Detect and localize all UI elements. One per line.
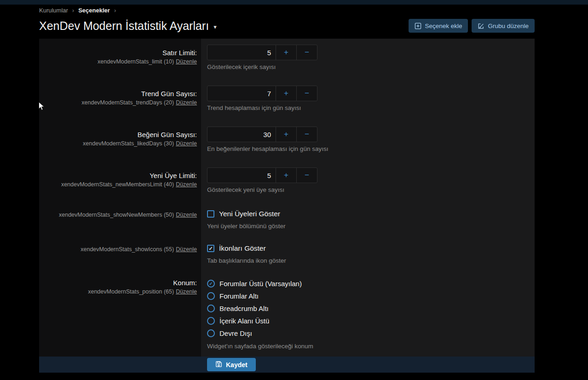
radio-option-icerik-alani-ustu[interactable]: ✓ İçerik Alanı Üstü bbox=[207, 315, 535, 327]
option-row-liked-days: Beğeni Gün Sayısı: xendevModernStats_lik… bbox=[39, 127, 535, 153]
minus-icon: − bbox=[305, 89, 309, 98]
option-row-limit: Satır Limiti: xendevModernStats_limit (1… bbox=[39, 45, 535, 71]
edit-option-link[interactable]: Düzenle bbox=[176, 288, 197, 295]
save-button-label: Kaydet bbox=[226, 361, 248, 368]
breadcrumb-item-secenekler[interactable]: Seçenekler bbox=[78, 7, 110, 14]
edit-option-link[interactable]: Düzenle bbox=[176, 58, 197, 65]
chevron-right-icon: › bbox=[72, 7, 74, 14]
page-header: XenDev Modern İstatistik Ayarları ▾ Seçe… bbox=[39, 17, 535, 35]
edit-group-label: Grubu düzenle bbox=[488, 23, 529, 29]
add-option-button[interactable]: Seçenek ekle bbox=[409, 19, 468, 33]
chevron-right-icon: › bbox=[114, 7, 116, 14]
limit-number-input[interactable] bbox=[208, 45, 276, 60]
save-button[interactable]: Kaydet bbox=[207, 358, 256, 371]
radio-option-forumlar-alti[interactable]: ✓ Forumlar Altı bbox=[207, 290, 535, 302]
radio-unselected-icon: ✓ bbox=[207, 329, 215, 337]
minus-icon: − bbox=[305, 171, 309, 180]
checkbox-label: İkonları Göster bbox=[219, 244, 266, 253]
decrement-button[interactable]: − bbox=[296, 168, 317, 183]
option-code: xendevModernStats_showNewMembers (50) bbox=[59, 212, 174, 218]
option-label: Yeni Üye Limiti: bbox=[39, 171, 197, 180]
number-input-group: + − bbox=[207, 127, 317, 142]
radio-unselected-icon: ✓ bbox=[207, 292, 215, 300]
plus-square-icon bbox=[415, 23, 421, 29]
option-label: Satır Limiti: bbox=[39, 48, 197, 57]
save-icon bbox=[215, 361, 222, 369]
decrement-button[interactable]: − bbox=[296, 86, 317, 101]
header-actions: Seçenek ekle Grubu düzenle bbox=[409, 19, 535, 33]
option-help: Widget'ın sayfada gösterileceği konum bbox=[207, 342, 535, 351]
option-help: Yeni üyeler bölümünü göster bbox=[207, 222, 535, 230]
show-new-members-checkbox[interactable]: ✓ Yeni Üyeleri Göster bbox=[207, 208, 535, 219]
option-row-new-members-limit: Yeni Üye Limiti: xendevModernStats_newMe… bbox=[39, 167, 535, 194]
option-label: Trend Gün Sayısı: bbox=[39, 89, 197, 98]
option-row-show-new-members: xendevModernStats_showNewMembers (50)Düz… bbox=[39, 208, 535, 230]
increment-button[interactable]: + bbox=[276, 168, 296, 183]
option-help: Trend hesaplaması için gün sayısı bbox=[207, 104, 535, 112]
plus-icon: + bbox=[284, 89, 288, 98]
number-input-group: + − bbox=[207, 45, 317, 60]
check-icon: ✓ bbox=[208, 246, 213, 251]
increment-button[interactable]: + bbox=[276, 127, 296, 142]
option-label: Konum: bbox=[39, 278, 197, 287]
option-row-show-icons: xendevModernStats_showIcons (55)Düzenle … bbox=[39, 243, 535, 265]
edit-option-link[interactable]: Düzenle bbox=[176, 212, 197, 218]
option-row-position: Konum: xendevModernStats_position (65)Dü… bbox=[39, 277, 535, 351]
option-code: xendevModernStats_trendDays (20) bbox=[81, 99, 174, 106]
edit-option-link[interactable]: Düzenle bbox=[176, 140, 197, 147]
breadcrumb-item-kurulumlar[interactable]: Kurulumlar bbox=[39, 7, 68, 14]
option-code: xendevModernStats_newMembersLimit (40) bbox=[61, 181, 174, 188]
option-code: xendevModernStats_limit (10) bbox=[98, 58, 174, 65]
checkbox-label: Yeni Üyeleri Göster bbox=[219, 210, 280, 218]
breadcrumb: Kurulumlar › Seçenekler › bbox=[39, 6, 535, 14]
decrement-button[interactable]: − bbox=[296, 127, 317, 142]
page-title-text: XenDev Modern İstatistik Ayarları bbox=[39, 19, 209, 33]
radio-selected-icon: ✓ bbox=[207, 280, 215, 288]
edit-option-link[interactable]: Düzenle bbox=[176, 99, 197, 106]
number-input-group: + − bbox=[207, 86, 317, 101]
increment-button[interactable]: + bbox=[276, 86, 296, 101]
option-help: Gösterilecek içerik sayısı bbox=[207, 63, 535, 71]
edit-option-link[interactable]: Düzenle bbox=[176, 181, 197, 188]
add-option-label: Seçenek ekle bbox=[425, 23, 462, 29]
options-form: Satır Limiti: xendevModernStats_limit (1… bbox=[39, 39, 535, 357]
liked-days-number-input[interactable] bbox=[208, 127, 276, 142]
checkbox-unchecked-icon: ✓ bbox=[207, 210, 214, 218]
new-members-limit-number-input[interactable] bbox=[208, 168, 276, 183]
trend-days-number-input[interactable] bbox=[208, 86, 276, 101]
options-page: Kurulumlar › Seçenekler › XenDev Modern … bbox=[39, 5, 535, 373]
option-help: Gösterilecek yeni üye sayısı bbox=[207, 185, 535, 194]
plus-icon: + bbox=[284, 48, 288, 57]
save-bar: Kaydet bbox=[39, 357, 535, 373]
plus-icon: + bbox=[284, 130, 288, 139]
plus-icon: + bbox=[284, 171, 288, 180]
page-title[interactable]: XenDev Modern İstatistik Ayarları ▾ bbox=[39, 19, 217, 33]
minus-icon: − bbox=[305, 48, 309, 57]
radio-label: Forumlar Altı bbox=[219, 292, 259, 300]
option-label: Beğeni Gün Sayısı: bbox=[39, 130, 197, 139]
radio-option-forumlar-ustu[interactable]: ✓ Forumlar Üstü (Varsayılan) bbox=[207, 277, 535, 290]
check-icon: ✓ bbox=[209, 282, 213, 286]
radio-label: Forumlar Üstü (Varsayılan) bbox=[219, 280, 302, 288]
pencil-square-icon bbox=[478, 23, 484, 29]
show-icons-checkbox[interactable]: ✓ İkonları Göster bbox=[207, 243, 535, 254]
edit-option-link[interactable]: Düzenle bbox=[176, 246, 197, 253]
option-help: En beğenilenler hesaplaması için gün say… bbox=[207, 144, 535, 153]
radio-label: İçerik Alanı Üstü bbox=[219, 317, 269, 325]
decrement-button[interactable]: − bbox=[296, 45, 317, 60]
number-input-group: + − bbox=[207, 167, 317, 183]
top-nav-strip bbox=[0, 0, 588, 5]
option-code: xendevModernStats_position (65) bbox=[88, 288, 174, 295]
radio-label: Devre Dışı bbox=[219, 329, 252, 337]
minus-icon: − bbox=[305, 130, 309, 139]
radio-label: Breadcrumb Altı bbox=[219, 305, 269, 312]
radio-unselected-icon: ✓ bbox=[207, 305, 215, 312]
checkbox-checked-icon: ✓ bbox=[207, 245, 214, 252]
radio-option-devre-disi[interactable]: ✓ Devre Dışı bbox=[207, 327, 535, 340]
edit-group-button[interactable]: Grubu düzenle bbox=[472, 19, 535, 33]
chevron-down-icon: ▾ bbox=[213, 21, 217, 30]
radio-unselected-icon: ✓ bbox=[207, 317, 215, 325]
option-row-trend-days: Trend Gün Sayısı: xendevModernStats_tren… bbox=[39, 86, 535, 112]
radio-option-breadcrumb-alti[interactable]: ✓ Breadcrumb Altı bbox=[207, 302, 535, 315]
increment-button[interactable]: + bbox=[276, 45, 296, 60]
